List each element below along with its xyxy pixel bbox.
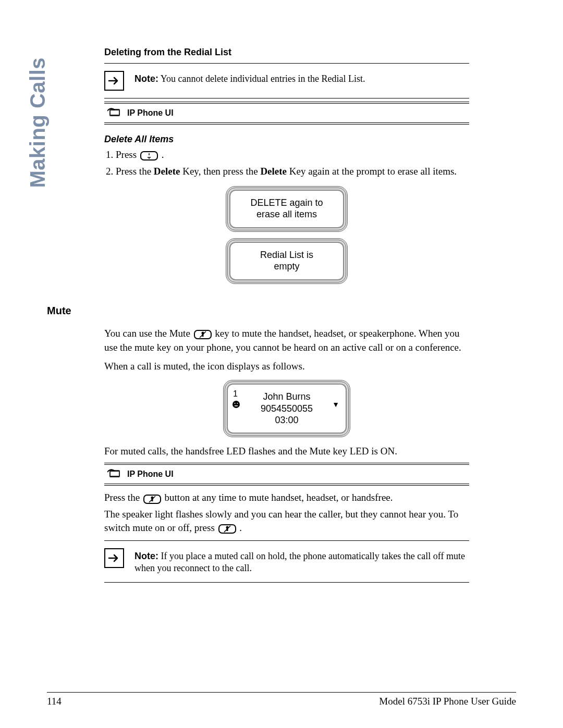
heading-delete-all: Delete All Items (104, 134, 469, 145)
note-text: You cannot delete individual entries in … (161, 73, 365, 84)
lcd-mute-call: 1 ▼ John Burns 9054550055 03:00 (223, 380, 350, 437)
heading-deleting-redial: Deleting from the Redial List (104, 47, 469, 58)
guide-title: Model 6753i IP Phone User Guide (379, 696, 516, 707)
page-number: 114 (47, 696, 62, 707)
lcd-delete-prompt: DELETE again to erase all items (226, 186, 348, 232)
arrow-right-icon (104, 71, 124, 91)
step-1: Press . (116, 148, 469, 163)
lcd-empty-list: Redial List is empty (226, 238, 348, 284)
section-side-tab: Making Calls (26, 0, 50, 57)
mute-key-icon (194, 327, 212, 341)
mute-key-icon (143, 492, 161, 505)
note-label: Note: (134, 73, 158, 84)
svg-point-8 (232, 401, 240, 408)
mute-key-icon (218, 522, 236, 535)
steps-list: Press . Press the Delete Key, then press… (104, 148, 469, 179)
footer-divider (47, 692, 516, 693)
svg-rect-1 (111, 110, 119, 115)
step-2: Press the Delete Key, then press the Del… (116, 165, 469, 179)
svg-rect-11 (235, 405, 238, 406)
divider-double (104, 484, 469, 486)
mute-paragraph-3: For muted calls, the handsfree LED flash… (104, 445, 469, 458)
heading-mute: Mute (47, 305, 71, 317)
ip-phone-ui-bar-2: IP Phone UI (104, 467, 469, 482)
phone-ui-icon (107, 108, 123, 118)
ip-phone-ui-bar: IP Phone UI (104, 106, 469, 120)
ip-phone-ui-label: IP Phone UI (127, 108, 174, 118)
svg-point-3 (149, 158, 150, 159)
note-label: Note: (134, 551, 158, 561)
note-text: If you place a muted call on hold, the p… (134, 551, 465, 573)
divider (104, 63, 469, 64)
phone-ui-icon (107, 469, 123, 479)
divider (104, 582, 469, 583)
redial-key-icon (140, 149, 158, 163)
svg-rect-13 (111, 472, 119, 476)
mute-paragraph-2: When a call is muted, the icon displays … (104, 360, 469, 373)
svg-point-10 (237, 403, 238, 404)
divider-double (104, 463, 469, 465)
mute-paragraph-5: The speaker light flashes slowly and you… (104, 508, 469, 535)
divider (104, 540, 469, 541)
ip-phone-ui-label: IP Phone UI (127, 470, 174, 479)
note-block: Note: You cannot delete individual entri… (104, 71, 469, 91)
svg-point-9 (235, 403, 236, 404)
mute-paragraph-4: Press the button at any time to mute han… (104, 491, 469, 505)
note-block-2: Note: If you place a muted call on hold,… (104, 548, 469, 575)
down-arrow-icon: ▼ (332, 400, 339, 410)
page-footer: 114 Model 6753i IP Phone User Guide (47, 696, 516, 707)
mute-face-icon (232, 400, 240, 411)
divider-double (104, 102, 469, 104)
divider (104, 98, 469, 98)
mute-paragraph-1: You can use the Mute key to mute the han… (104, 327, 469, 354)
divider-double (104, 122, 469, 125)
arrow-right-icon (104, 548, 124, 568)
